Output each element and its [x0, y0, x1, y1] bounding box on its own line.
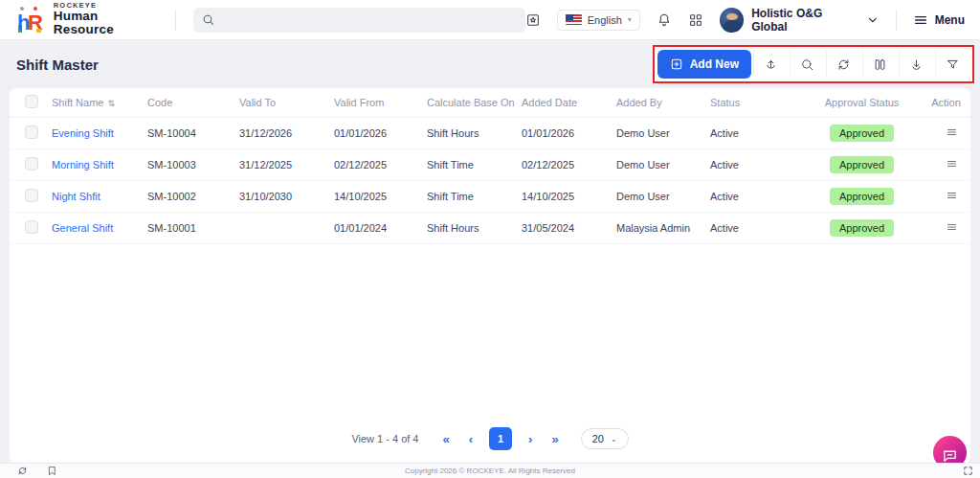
- refresh-icon: [836, 57, 851, 72]
- column-header-added-by[interactable]: Added By: [614, 88, 708, 118]
- next-page-button[interactable]: ›: [525, 432, 535, 446]
- add-new-button[interactable]: Add New: [657, 50, 751, 79]
- valid-from-cell: 01/01/2024: [332, 213, 425, 244]
- shift-name-link[interactable]: Morning Shift: [52, 159, 114, 171]
- row-checkbox[interactable]: [25, 189, 38, 202]
- title-toolbar-row: Shift Master Add New: [0, 40, 980, 88]
- apps-grid-icon[interactable]: [688, 12, 703, 28]
- current-page-button[interactable]: 1: [489, 427, 512, 450]
- brand-text: ROCKEYE Human Resource: [54, 2, 162, 36]
- row-actions-icon[interactable]: [945, 158, 959, 170]
- column-header-status[interactable]: Status: [708, 88, 802, 118]
- company-switcher[interactable]: Holistic O&G Global: [720, 7, 880, 34]
- select-all-checkbox[interactable]: [25, 95, 38, 108]
- added-by-cell: Demo User: [614, 118, 708, 149]
- column-header-valid-to[interactable]: Valid To: [237, 88, 332, 118]
- filter-button[interactable]: [935, 50, 969, 79]
- valid-from-cell: 01/01/2026: [332, 118, 425, 149]
- column-header-code[interactable]: Code: [145, 88, 237, 118]
- bell-icon[interactable]: [657, 12, 672, 28]
- code-cell: SM-10001: [145, 213, 237, 244]
- download-button[interactable]: [899, 50, 933, 79]
- shift-name-link[interactable]: General Shift: [52, 222, 113, 234]
- row-checkbox[interactable]: [25, 125, 38, 139]
- shift-name-link[interactable]: Evening Shift: [52, 127, 114, 139]
- footer: Copyright 2026 © ROCKEYE. All Rights Res…: [0, 463, 980, 478]
- filter-icon: [946, 57, 960, 72]
- status-cell: Active: [708, 181, 802, 213]
- code-cell: SM-10003: [145, 149, 237, 181]
- language-selector[interactable]: English ▾: [557, 10, 640, 31]
- first-page-button[interactable]: «: [440, 432, 453, 446]
- column-header-calculate-base-on[interactable]: Calculate Base On: [425, 88, 520, 118]
- approval-status-badge: Approved: [830, 156, 894, 173]
- table-search-button[interactable]: [790, 50, 824, 79]
- status-cell: Active: [708, 213, 802, 244]
- fullscreen-button[interactable]: [963, 466, 973, 476]
- upload-icon: [764, 57, 778, 72]
- shift-master-table-card: Shift Name⇅ Code Valid To Valid From Cal…: [10, 88, 970, 464]
- calculate-base-on-cell: Shift Time: [425, 149, 520, 181]
- search-input[interactable]: [221, 14, 517, 26]
- chevron-down-icon: [866, 13, 880, 27]
- pagination-summary: View 1 - 4 of 4: [351, 433, 418, 444]
- row-checkbox[interactable]: [25, 220, 38, 234]
- table-header-row: Shift Name⇅ Code Valid To Valid From Cal…: [10, 88, 970, 118]
- valid-from-cell: 02/12/2025: [332, 149, 425, 181]
- valid-to-cell: 31/12/2025: [237, 149, 332, 181]
- valid-from-cell: 14/10/2025: [332, 181, 425, 213]
- added-by-cell: Demo User: [614, 149, 708, 181]
- page-size-value: 20: [592, 433, 604, 444]
- approval-status-badge: Approved: [830, 219, 894, 237]
- valid-to-cell: 31/10/2030: [237, 181, 332, 213]
- hr-monogram-icon: h R: [17, 7, 46, 34]
- row-actions-icon[interactable]: [945, 190, 959, 201]
- row-actions-icon[interactable]: [945, 221, 959, 233]
- language-label: English: [588, 14, 622, 26]
- calculate-base-on-cell: Shift Hours: [425, 118, 520, 149]
- add-new-label: Add New: [690, 57, 739, 71]
- shift-name-link[interactable]: Night Shfit: [52, 191, 100, 202]
- page-size-select[interactable]: 20 ⌄: [581, 428, 629, 449]
- prev-page-button[interactable]: ‹: [466, 432, 476, 446]
- shift-master-table: Shift Name⇅ Code Valid To Valid From Cal…: [10, 88, 970, 244]
- valid-to-cell: 31/12/2026: [237, 118, 332, 149]
- row-actions-icon[interactable]: [945, 126, 959, 138]
- column-header-added-date[interactable]: Added Date: [520, 88, 614, 118]
- top-navbar: h R ROCKEYE Human Resource English ▾: [0, 0, 980, 40]
- column-header-shift-name[interactable]: Shift Name⇅: [50, 88, 145, 118]
- navbar-right-group: English ▾ Holistic O&G Global Menu: [525, 7, 980, 34]
- columns-icon: [873, 57, 887, 72]
- fullscreen-icon: [963, 466, 973, 476]
- code-cell: SM-10002: [145, 181, 237, 213]
- page-title: Shift Master: [16, 57, 99, 73]
- table-row: Night Shfit SM-10002 31/10/2030 14/10/20…: [10, 181, 970, 213]
- pagination: View 1 - 4 of 4 « ‹ 1 › » 20 ⌄: [10, 427, 970, 450]
- added-date-cell: 31/05/2024: [520, 213, 614, 244]
- table-row: General Shift SM-10001 01/01/2024 Shift …: [10, 213, 970, 244]
- refresh-button[interactable]: [826, 50, 860, 79]
- hamburger-icon: [913, 12, 928, 28]
- columns-button[interactable]: [862, 50, 897, 79]
- column-header-valid-from[interactable]: Valid From: [332, 88, 425, 118]
- approval-status-badge: Approved: [830, 188, 894, 205]
- shift-master-screen: h R ROCKEYE Human Resource English ▾: [0, 0, 980, 478]
- app-logo[interactable]: h R ROCKEYE Human Resource: [0, 2, 162, 36]
- column-header-approval-status[interactable]: Approval Status: [802, 88, 924, 118]
- us-flag-icon: [566, 14, 582, 25]
- calculate-base-on-cell: Shift Hours: [425, 213, 520, 244]
- bookmark-star-icon[interactable]: [525, 12, 541, 28]
- global-search[interactable]: [193, 8, 525, 33]
- download-icon: [909, 57, 924, 72]
- calculate-base-on-cell: Shift Time: [425, 181, 520, 213]
- plus-square-icon: [670, 57, 683, 71]
- upload-button[interactable]: [753, 50, 788, 79]
- sort-icon[interactable]: ⇅: [107, 99, 115, 108]
- added-by-cell: Malaysia Admin: [614, 213, 708, 244]
- status-cell: Active: [708, 149, 802, 181]
- menu-button[interactable]: Menu: [913, 12, 965, 28]
- code-cell: SM-10004: [145, 118, 237, 149]
- added-date-cell: 14/10/2025: [520, 181, 614, 213]
- row-checkbox[interactable]: [25, 157, 38, 171]
- last-page-button[interactable]: »: [548, 432, 561, 446]
